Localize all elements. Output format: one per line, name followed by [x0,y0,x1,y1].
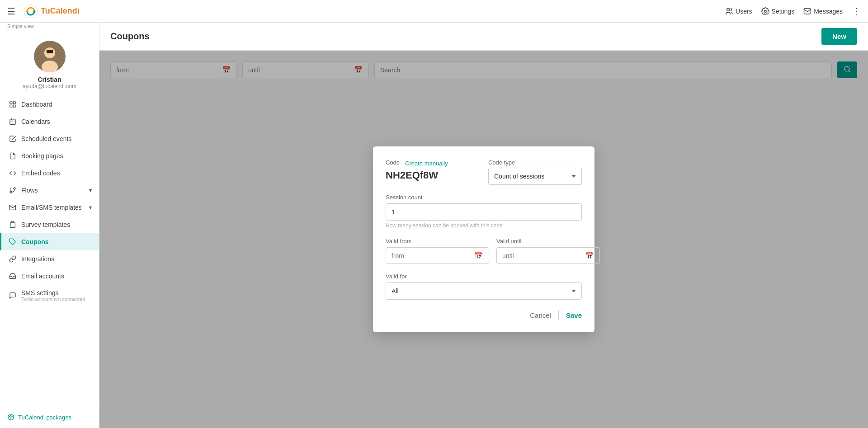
code-type-col: Code type Count of sessions Percentage d… [488,159,582,185]
valid-until-label: Valid until [496,238,600,245]
grid-icon [9,100,17,108]
main-content: Coupons New 📅 📅 [99,23,868,428]
svg-point-19 [10,191,12,193]
valid-for-select[interactable]: All [386,282,582,300]
messages-label: Messages [814,8,843,15]
svg-rect-11 [13,105,15,107]
main-header: Coupons New [99,23,868,51]
email-sms-templates-label: Email/SMS templates [21,204,82,211]
sidebar-item-integrations[interactable]: Integrations [0,250,99,268]
email-sms-chevron-icon: ▾ [89,204,92,211]
modal-footer: Cancel Save [386,310,582,320]
avatar [34,41,66,72]
code-label: Code [386,159,400,166]
flows-icon [9,186,17,194]
more-icon[interactable]: ⋮ [852,6,861,17]
messages-nav-item[interactable]: Messages [803,7,843,15]
scheduled-events-label: Scheduled events [21,135,71,142]
session-count-input[interactable] [386,203,582,221]
mail-icon [9,203,17,212]
tucalendi-packages-item[interactable]: TuCalendi packages [7,411,92,423]
message-circle-icon [9,292,17,300]
sidebar-item-dashboard[interactable]: Dashboard [0,96,99,113]
inbox-icon [9,272,17,280]
flows-chevron-icon: ▾ [89,187,92,193]
cancel-button[interactable]: Cancel [530,311,551,319]
check-square-icon [9,135,17,143]
session-count-section: Session count How many session can be bo… [386,194,582,229]
hamburger-icon[interactable]: ☰ [7,6,15,17]
sidebar-item-booking-pages[interactable]: Booking pages [0,147,99,165]
tag-icon [9,238,17,246]
valid-from-calendar-icon[interactable]: 📅 [474,251,483,260]
valid-until-col: Valid until 📅 [496,238,600,264]
svg-line-22 [9,415,12,416]
session-count-hint: How many session can be booked with this… [386,222,582,229]
sidebar-item-calendars[interactable]: Calendars [0,113,99,130]
clipboard-icon [9,221,17,229]
code-type-label: Code type [488,159,582,166]
new-button[interactable]: New [821,28,857,45]
valid-for-section: Valid for All [386,273,582,300]
session-count-label: Session count [386,194,582,201]
svg-point-3 [727,8,730,11]
code-type-select[interactable]: Count of sessions Percentage discount Fi… [488,168,582,185]
link-icon [9,255,17,263]
sms-settings-label: SMS settingsTwilio account not connected [21,289,85,302]
code-col: Code Create manually NH2EQf8W [386,159,479,185]
code-value: NH2EQf8W [386,169,479,181]
topnav: ☰ TuCalendi Users Settings Messages ⋮ [0,0,868,23]
valid-for-label: Valid for [386,273,582,280]
footer-divider [558,310,559,320]
svg-point-1 [26,10,28,12]
sidebar-item-email-accounts[interactable]: Email accounts [0,268,99,285]
svg-rect-8 [47,50,53,53]
embed-codes-label: Embed codes [21,169,60,177]
logo-text: TuCalendi [41,6,80,16]
valid-dates-row: Valid from 📅 Valid until 📅 [386,238,582,264]
package-icon [7,414,14,421]
svg-rect-10 [13,102,15,104]
svg-rect-20 [11,221,14,223]
valid-from-input[interactable] [392,252,471,259]
sidebar-item-embed-codes[interactable]: Embed codes [0,165,99,182]
logo: TuCalendi [24,4,80,19]
user-name: Cristian [38,76,61,83]
integrations-label: Integrations [21,255,54,263]
settings-label: Settings [772,8,795,15]
settings-nav-item[interactable]: Settings [761,7,795,15]
modal-row-1: Code Create manually NH2EQf8W Code type … [386,159,582,185]
sidebar-item-email-sms-templates[interactable]: Email/SMS templates ▾ [0,199,99,216]
packages-label: TuCalendi packages [18,414,71,421]
valid-from-field: 📅 [386,247,489,264]
main-body: 📅 📅 [99,51,868,428]
email-accounts-label: Email accounts [21,273,64,280]
valid-until-input[interactable] [502,252,581,259]
user-email: ayuda@tucalendi.com [23,83,76,89]
valid-until-field: 📅 [496,247,600,264]
sidebar-item-flows[interactable]: Flows ▾ [0,182,99,199]
users-label: Users [736,8,752,15]
sidebar-nav: Dashboard Calendars Scheduled events Boo… [0,94,99,406]
create-manually-link[interactable]: Create manually [405,160,448,167]
simple-view-label: Simple view [0,23,99,32]
users-nav-item[interactable]: Users [725,7,752,15]
svg-rect-12 [10,105,12,107]
sidebar-item-sms-settings[interactable]: SMS settingsTwilio account not connected [0,285,99,306]
save-button[interactable]: Save [566,311,582,319]
sidebar-item-survey-templates[interactable]: Survey templates [0,216,99,233]
sms-sub-label: Twilio account not connected [21,296,85,302]
modal-overlay: Code Create manually NH2EQf8W Code type … [99,51,868,428]
valid-from-label: Valid from [386,238,489,245]
dashboard-label: Dashboard [21,101,52,108]
valid-until-calendar-icon[interactable]: 📅 [585,251,594,260]
page-title: Coupons [110,31,150,42]
sidebar-item-scheduled-events[interactable]: Scheduled events [0,130,99,147]
sidebar-item-coupons[interactable]: Coupons [0,233,99,250]
valid-from-col: Valid from 📅 [386,238,489,264]
flows-label: Flows [21,187,38,194]
coupons-label: Coupons [21,238,49,245]
survey-templates-label: Survey templates [21,221,70,228]
svg-point-4 [764,10,766,12]
sidebar-bottom: TuCalendi packages [0,406,99,428]
